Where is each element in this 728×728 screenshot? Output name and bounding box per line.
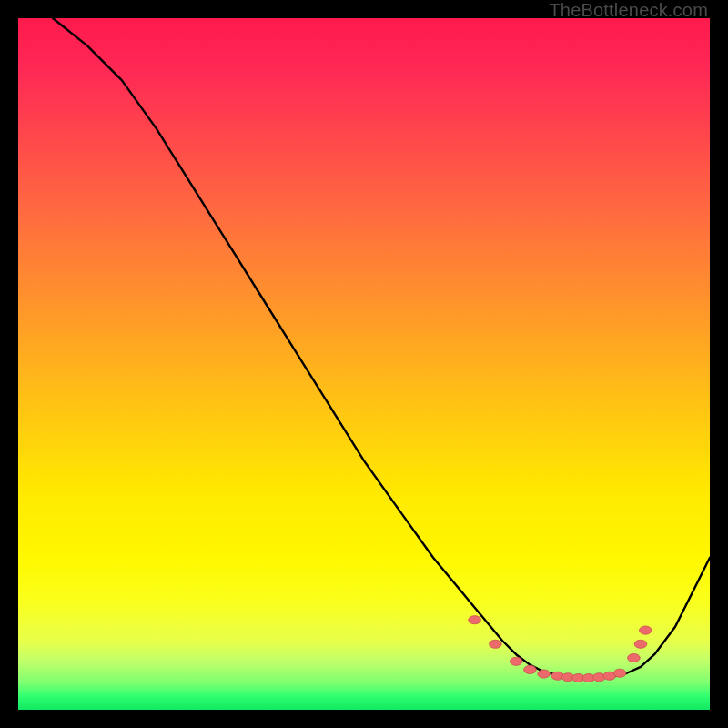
highlight-dot <box>538 670 551 678</box>
highlight-dot <box>613 669 626 677</box>
bottleneck-curve <box>53 18 710 678</box>
highlight-dot <box>490 640 502 648</box>
highlight-dot <box>510 657 522 665</box>
chart-svg <box>18 18 710 710</box>
highlight-dot <box>634 640 647 648</box>
highlight-dot <box>628 653 641 662</box>
chart-wrapper: TheBottleneck.com <box>0 0 728 728</box>
highlight-dot <box>524 665 537 673</box>
highlight-dot <box>469 616 481 624</box>
highlight-dot <box>639 626 652 634</box>
marker-group <box>469 616 652 682</box>
